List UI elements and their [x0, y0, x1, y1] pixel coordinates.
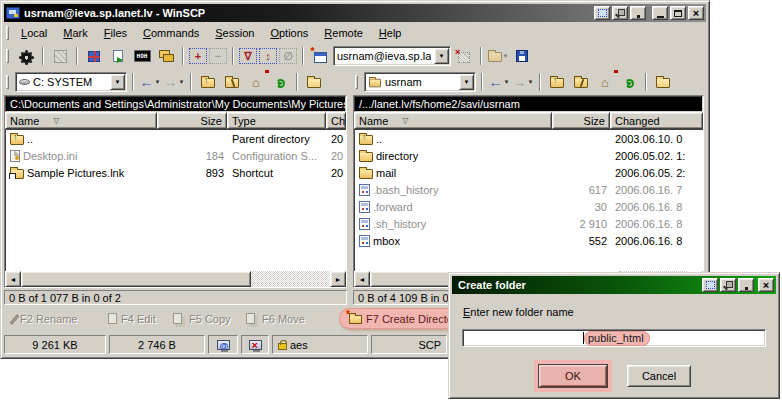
- gear-icon: [21, 52, 32, 63]
- remote-toolbar-grabber[interactable]: [355, 75, 358, 89]
- pin-icon: [723, 281, 733, 290]
- column-header-changed[interactable]: Ch: [326, 112, 346, 129]
- swap-panels-button[interactable]: ↕: [259, 48, 277, 64]
- table-row[interactable]: ↑.. Parent directory 20: [6, 130, 346, 147]
- dock-button[interactable]: [594, 6, 610, 20]
- column-header-size[interactable]: Size: [157, 112, 227, 129]
- session-combo-arrow[interactable]: ▼: [434, 48, 449, 64]
- close-button[interactable]: ×: [688, 6, 704, 20]
- remote-open-dir-button[interactable]: [652, 71, 674, 93]
- local-drive-combo-arrow[interactable]: ▼: [110, 74, 125, 90]
- column-header-size[interactable]: Size: [552, 112, 610, 129]
- dialog-close-button[interactable]: ×: [758, 278, 774, 292]
- file-size: 30: [553, 201, 611, 213]
- menu-options[interactable]: Options: [262, 25, 316, 41]
- local-root-dir-button[interactable]: [221, 71, 243, 93]
- menu-files[interactable]: Files: [96, 25, 135, 41]
- dock-icon: [598, 9, 607, 17]
- synchronize-button[interactable]: [83, 45, 105, 67]
- remote-root-dir-button[interactable]: [570, 71, 592, 93]
- pin-button[interactable]: [612, 6, 628, 20]
- select-button[interactable]: +: [189, 48, 207, 64]
- menu-session[interactable]: Session: [207, 25, 262, 41]
- maximize-button[interactable]: [670, 6, 686, 20]
- rollup-button[interactable]: [630, 6, 646, 20]
- file-size: 2 910: [553, 218, 611, 230]
- table-row[interactable]: Sample Pictures.lnk 893 Shortcut 20: [6, 164, 346, 181]
- local-open-dir-button[interactable]: [303, 71, 325, 93]
- column-label: Changed: [615, 115, 660, 127]
- table-row[interactable]: directory 2006.05.02. 1:: [355, 147, 703, 164]
- local-home-button[interactable]: ⌂: [245, 71, 267, 93]
- console-button[interactable]: HOH: [131, 45, 153, 67]
- table-row[interactable]: Desktop.ini 184 Configuration S... 20: [6, 147, 346, 164]
- new-session-button[interactable]: *: [309, 45, 331, 67]
- column-header-type[interactable]: Type: [227, 112, 326, 129]
- chevron-down-icon: ▼: [528, 79, 534, 85]
- encryption-status-cell: aes: [272, 335, 368, 354]
- compare-button[interactable]: [107, 45, 129, 67]
- remote-dir-combo[interactable]: usrnam ▼: [364, 72, 476, 92]
- up-arrow-icon: ↑: [553, 76, 558, 85]
- dialog-pin-button[interactable]: [720, 278, 736, 292]
- local-back-button[interactable]: ←▼: [139, 71, 161, 93]
- menu-local[interactable]: Local: [13, 25, 55, 41]
- scroll-left-button[interactable]: ◄: [354, 271, 370, 287]
- close-icon: ×: [763, 280, 769, 290]
- menu-mark[interactable]: Mark: [55, 25, 95, 41]
- save-session-button[interactable]: [511, 45, 533, 67]
- scroll-right-button[interactable]: ►: [330, 271, 346, 287]
- up-arrow-icon: ↑: [362, 133, 367, 142]
- scroll-left-button[interactable]: ◄: [5, 271, 21, 287]
- table-row[interactable]: .sh_history 2 910 2006.06.16. 8: [355, 215, 703, 232]
- local-refresh-button[interactable]: [269, 71, 291, 93]
- remote-refresh-button[interactable]: [618, 71, 640, 93]
- filter-button[interactable]: ∇: [239, 48, 257, 64]
- local-drive-combo[interactable]: C: SYSTEM ▼: [15, 72, 127, 92]
- copy-label: F5 Copy: [189, 313, 231, 325]
- scroll-track[interactable]: [21, 271, 330, 287]
- file-name: Sample Pictures.lnk: [27, 167, 124, 179]
- root-folder-icon: [225, 78, 239, 88]
- file-changed: 20: [327, 167, 346, 179]
- main-titlebar[interactable]: usrnam@ieva.sp.lanet.lv - WinSCP ×: [4, 4, 706, 22]
- scroll-thumb[interactable]: [21, 271, 251, 287]
- new-session-icon: *: [314, 52, 327, 63]
- red-x-icon: ×: [455, 47, 460, 57]
- local-toolbar-grabber[interactable]: [6, 75, 9, 89]
- column-header-name[interactable]: Name▽: [5, 112, 157, 129]
- menu-commands[interactable]: Commands: [135, 25, 207, 41]
- remote-dir-combo-arrow[interactable]: ▼: [459, 74, 474, 90]
- file-icon: [359, 235, 370, 247]
- remote-home-button[interactable]: ⌂: [594, 71, 616, 93]
- move-icon: [246, 313, 255, 324]
- network-button[interactable]: [49, 45, 71, 67]
- menubar-grabber[interactable]: [6, 26, 9, 40]
- table-row[interactable]: ↑.. 2003.06.10. 0: [355, 130, 703, 147]
- table-row[interactable]: mbox 552 2006.06.16. 8: [355, 232, 703, 249]
- column-header-changed[interactable]: Changed: [610, 112, 703, 129]
- menu-remote[interactable]: Remote: [316, 25, 371, 41]
- folder-name-input[interactable]: public_html: [462, 329, 766, 347]
- column-header-name[interactable]: Name▽: [354, 112, 552, 129]
- local-parent-dir-button[interactable]: ↑: [197, 71, 219, 93]
- table-row[interactable]: mail 2006.06.05. 2:: [355, 164, 703, 181]
- table-row[interactable]: .forward 30 2006.06.16. 8: [355, 198, 703, 215]
- remote-parent-dir-button[interactable]: ↑: [546, 71, 568, 93]
- toolbar-grabber[interactable]: [6, 49, 9, 63]
- table-row[interactable]: .bash_history 617 2006.06.16. 7: [355, 181, 703, 198]
- local-horizontal-scrollbar[interactable]: ◄ ►: [5, 271, 346, 287]
- dialog-dock-button[interactable]: [702, 278, 718, 292]
- close-session-button[interactable]: ×: [453, 45, 475, 67]
- cancel-button[interactable]: Cancel: [627, 365, 691, 387]
- dialog-rollup-button[interactable]: [738, 278, 754, 292]
- dialog-titlebar[interactable]: Create folder ×: [452, 276, 776, 294]
- ok-button[interactable]: OK: [539, 365, 607, 387]
- minimize-button[interactable]: [652, 6, 668, 20]
- session-combo[interactable]: usrnam@ieva.sp.la ▼: [333, 46, 451, 66]
- sync-browsing-button[interactable]: [155, 45, 177, 67]
- file-changed: 2006.06.16. 8: [611, 201, 703, 213]
- remote-back-button[interactable]: ←▼: [488, 71, 510, 93]
- preferences-button[interactable]: [15, 45, 37, 67]
- menu-help[interactable]: Help: [371, 25, 410, 41]
